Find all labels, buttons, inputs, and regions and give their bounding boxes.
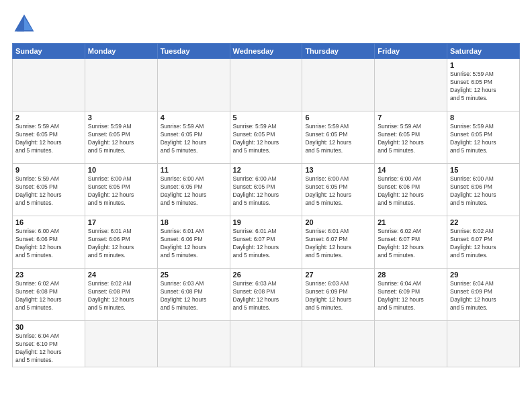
calendar-cell: 1Sunrise: 5:59 AMSunset: 6:05 PMDaylight…: [447, 59, 520, 111]
calendar-cell: 21Sunrise: 6:02 AMSunset: 6:07 PMDayligh…: [375, 216, 447, 269]
calendar-cell: 16Sunrise: 6:00 AMSunset: 6:06 PMDayligh…: [13, 216, 85, 269]
day-number: 16: [15, 218, 82, 226]
day-number: 3: [88, 113, 154, 122]
calendar-cell: 10Sunrise: 6:00 AMSunset: 6:05 PMDayligh…: [85, 164, 157, 216]
page: SundayMondayTuesdayWednesdayThursdayFrid…: [0, 0, 532, 411]
day-info: Sunrise: 5:59 AMSunset: 6:05 PMDaylight:…: [233, 123, 300, 155]
calendar-cell: 7Sunrise: 5:59 AMSunset: 6:05 PMDaylight…: [375, 111, 447, 164]
day-number: 14: [378, 166, 444, 174]
day-info: Sunrise: 5:59 AMSunset: 6:05 PMDaylight:…: [15, 123, 82, 155]
svg-rect-2: [17, 28, 24, 31]
day-info: Sunrise: 6:01 AMSunset: 6:07 PMDaylight:…: [305, 228, 371, 260]
day-number: 27: [305, 271, 371, 279]
calendar-cell: 22Sunrise: 6:02 AMSunset: 6:07 PMDayligh…: [447, 216, 520, 269]
calendar-cell: 17Sunrise: 6:01 AMSunset: 6:06 PMDayligh…: [85, 216, 157, 269]
day-info: Sunrise: 5:59 AMSunset: 6:05 PMDaylight:…: [378, 123, 444, 155]
calendar-cell: 20Sunrise: 6:01 AMSunset: 6:07 PMDayligh…: [302, 216, 375, 269]
weekday-header-sunday: Sunday: [13, 44, 85, 59]
day-number: 26: [233, 271, 300, 279]
week-row-3: 16Sunrise: 6:00 AMSunset: 6:06 PMDayligh…: [13, 216, 520, 269]
calendar-cell: [375, 59, 447, 111]
calendar-cell: 28Sunrise: 6:04 AMSunset: 6:09 PMDayligh…: [375, 269, 447, 321]
day-number: 9: [15, 166, 82, 174]
logo-icon: [12, 12, 36, 36]
calendar-cell: [13, 59, 85, 111]
calendar-cell: 19Sunrise: 6:01 AMSunset: 6:07 PMDayligh…: [230, 216, 302, 269]
day-number: 4: [161, 113, 227, 122]
week-row-5: 30Sunrise: 6:04 AMSunset: 6:10 PMDayligh…: [13, 321, 520, 367]
day-info: Sunrise: 6:00 AMSunset: 6:06 PMDaylight:…: [378, 175, 444, 208]
weekday-header-friday: Friday: [375, 44, 447, 59]
day-number: 2: [15, 113, 82, 122]
day-number: 7: [378, 113, 444, 122]
weekday-header-saturday: Saturday: [447, 44, 520, 59]
calendar-cell: [302, 321, 375, 367]
calendar-cell: 14Sunrise: 6:00 AMSunset: 6:06 PMDayligh…: [375, 164, 447, 216]
weekday-header-monday: Monday: [85, 44, 157, 59]
week-row-2: 9Sunrise: 5:59 AMSunset: 6:05 PMDaylight…: [13, 164, 520, 216]
day-number: 10: [88, 166, 154, 174]
day-info: Sunrise: 6:04 AMSunset: 6:09 PMDaylight:…: [450, 280, 517, 312]
logo: [12, 12, 39, 36]
calendar-cell: [85, 321, 157, 367]
day-number: 30: [15, 323, 82, 331]
calendar-cell: [157, 321, 230, 367]
week-row-0: 1Sunrise: 5:59 AMSunset: 6:05 PMDaylight…: [13, 59, 520, 111]
calendar-cell: [447, 321, 520, 367]
calendar-cell: 24Sunrise: 6:02 AMSunset: 6:08 PMDayligh…: [85, 269, 157, 321]
day-info: Sunrise: 6:01 AMSunset: 6:07 PMDaylight:…: [233, 228, 300, 260]
day-info: Sunrise: 6:02 AMSunset: 6:08 PMDaylight:…: [88, 280, 154, 312]
day-info: Sunrise: 6:00 AMSunset: 6:05 PMDaylight:…: [161, 175, 227, 208]
day-info: Sunrise: 6:00 AMSunset: 6:05 PMDaylight:…: [88, 175, 154, 208]
weekday-header-thursday: Thursday: [302, 44, 375, 59]
header: [12, 12, 520, 36]
calendar-cell: 11Sunrise: 6:00 AMSunset: 6:05 PMDayligh…: [157, 164, 230, 216]
calendar-cell: 23Sunrise: 6:02 AMSunset: 6:08 PMDayligh…: [13, 269, 85, 321]
calendar-cell: [302, 59, 375, 111]
day-info: Sunrise: 5:59 AMSunset: 6:05 PMDaylight:…: [88, 123, 154, 155]
day-info: Sunrise: 5:59 AMSunset: 6:05 PMDaylight:…: [15, 175, 82, 208]
day-number: 15: [450, 166, 517, 174]
calendar-cell: 6Sunrise: 5:59 AMSunset: 6:05 PMDaylight…: [302, 111, 375, 164]
day-info: Sunrise: 5:59 AMSunset: 6:05 PMDaylight:…: [450, 71, 517, 103]
day-number: 12: [233, 166, 300, 174]
day-info: Sunrise: 6:00 AMSunset: 6:05 PMDaylight:…: [305, 175, 371, 208]
day-info: Sunrise: 6:02 AMSunset: 6:08 PMDaylight:…: [15, 280, 82, 312]
calendar-cell: [375, 321, 447, 367]
day-number: 20: [305, 218, 371, 226]
day-info: Sunrise: 5:59 AMSunset: 6:05 PMDaylight:…: [161, 123, 227, 155]
weekday-header-tuesday: Tuesday: [157, 44, 230, 59]
calendar-cell: 15Sunrise: 6:00 AMSunset: 6:06 PMDayligh…: [447, 164, 520, 216]
calendar-cell: 12Sunrise: 6:00 AMSunset: 6:05 PMDayligh…: [230, 164, 302, 216]
calendar-cell: 9Sunrise: 5:59 AMSunset: 6:05 PMDaylight…: [13, 164, 85, 216]
day-number: 21: [378, 218, 444, 226]
calendar-cell: [230, 321, 302, 367]
calendar-cell: 25Sunrise: 6:03 AMSunset: 6:08 PMDayligh…: [157, 269, 230, 321]
day-info: Sunrise: 6:01 AMSunset: 6:06 PMDaylight:…: [88, 228, 154, 260]
day-number: 25: [161, 271, 227, 279]
day-number: 28: [378, 271, 444, 279]
calendar-cell: 8Sunrise: 5:59 AMSunset: 6:05 PMDaylight…: [447, 111, 520, 164]
weekday-header-row: SundayMondayTuesdayWednesdayThursdayFrid…: [13, 44, 520, 59]
day-info: Sunrise: 5:59 AMSunset: 6:05 PMDaylight:…: [305, 123, 371, 155]
day-number: 24: [88, 271, 154, 279]
calendar-cell: 18Sunrise: 6:01 AMSunset: 6:06 PMDayligh…: [157, 216, 230, 269]
day-number: 5: [233, 113, 300, 122]
week-row-4: 23Sunrise: 6:02 AMSunset: 6:08 PMDayligh…: [13, 269, 520, 321]
day-number: 13: [305, 166, 371, 174]
day-info: Sunrise: 6:01 AMSunset: 6:06 PMDaylight:…: [161, 228, 227, 260]
day-info: Sunrise: 6:02 AMSunset: 6:07 PMDaylight:…: [378, 228, 444, 260]
day-number: 17: [88, 218, 154, 226]
week-row-1: 2Sunrise: 5:59 AMSunset: 6:05 PMDaylight…: [13, 111, 520, 164]
day-info: Sunrise: 6:03 AMSunset: 6:08 PMDaylight:…: [233, 280, 300, 312]
calendar-cell: 27Sunrise: 6:03 AMSunset: 6:09 PMDayligh…: [302, 269, 375, 321]
calendar-cell: 5Sunrise: 5:59 AMSunset: 6:05 PMDaylight…: [230, 111, 302, 164]
calendar-cell: [85, 59, 157, 111]
calendar-cell: 4Sunrise: 5:59 AMSunset: 6:05 PMDaylight…: [157, 111, 230, 164]
day-number: 1: [450, 61, 517, 69]
day-number: 22: [450, 218, 517, 226]
day-info: Sunrise: 6:04 AMSunset: 6:10 PMDaylight:…: [15, 332, 82, 365]
calendar-cell: 29Sunrise: 6:04 AMSunset: 6:09 PMDayligh…: [447, 269, 520, 321]
day-info: Sunrise: 6:02 AMSunset: 6:07 PMDaylight:…: [450, 228, 517, 260]
calendar-cell: 13Sunrise: 6:00 AMSunset: 6:05 PMDayligh…: [302, 164, 375, 216]
